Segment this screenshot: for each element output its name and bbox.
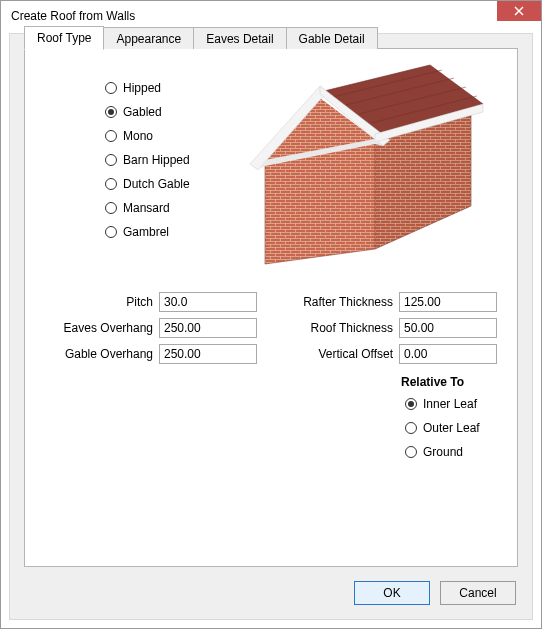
radio-dutch-gable[interactable]: Dutch Gable bbox=[105, 175, 190, 193]
field-label: Pitch bbox=[41, 295, 159, 309]
radio-label: Hipped bbox=[123, 81, 161, 95]
roof-thickness-input[interactable] bbox=[399, 318, 497, 338]
gable-overhang-input[interactable] bbox=[159, 344, 257, 364]
button-label: Cancel bbox=[459, 586, 496, 600]
dialog-window: Create Roof from Walls Roof Type Appeara… bbox=[0, 0, 542, 629]
field-label: Gable Overhang bbox=[41, 347, 159, 361]
relative-to-label: Relative To bbox=[401, 375, 497, 389]
radio-icon bbox=[405, 446, 417, 458]
dialog-content: Roof Type Appearance Eaves Detail Gable … bbox=[9, 33, 533, 620]
tab-panel: Roof Type Appearance Eaves Detail Gable … bbox=[24, 48, 518, 567]
radio-label: Gambrel bbox=[123, 225, 169, 239]
field-pitch: Pitch bbox=[41, 289, 257, 315]
radio-label: Ground bbox=[423, 445, 463, 459]
field-roof-thickness: Roof Thickness bbox=[281, 315, 497, 341]
field-label: Eaves Overhang bbox=[41, 321, 159, 335]
dialog-buttons: OK Cancel bbox=[354, 581, 516, 605]
tab-label: Roof Type bbox=[37, 31, 91, 45]
radio-label: Inner Leaf bbox=[423, 397, 477, 411]
roof-preview bbox=[225, 64, 485, 274]
rafter-thickness-input[interactable] bbox=[399, 292, 497, 312]
radio-outer-leaf[interactable]: Outer Leaf bbox=[405, 419, 497, 437]
radio-label: Outer Leaf bbox=[423, 421, 480, 435]
radio-label: Gabled bbox=[123, 105, 162, 119]
tab-label: Eaves Detail bbox=[206, 32, 273, 46]
field-label: Rafter Thickness bbox=[281, 295, 399, 309]
vertical-offset-input[interactable] bbox=[399, 344, 497, 364]
radio-icon bbox=[105, 106, 117, 118]
radio-icon bbox=[105, 226, 117, 238]
ok-button[interactable]: OK bbox=[354, 581, 430, 605]
radio-hipped[interactable]: Hipped bbox=[105, 79, 190, 97]
field-vertical-offset: Vertical Offset bbox=[281, 341, 497, 367]
button-label: OK bbox=[383, 586, 400, 600]
radio-mansard[interactable]: Mansard bbox=[105, 199, 190, 217]
radio-label: Barn Hipped bbox=[123, 153, 190, 167]
radio-inner-leaf[interactable]: Inner Leaf bbox=[405, 395, 497, 413]
radio-label: Mansard bbox=[123, 201, 170, 215]
window-title: Create Roof from Walls bbox=[11, 9, 135, 23]
tab-eaves-detail[interactable]: Eaves Detail bbox=[193, 27, 286, 49]
field-label: Vertical Offset bbox=[281, 347, 399, 361]
field-gable-overhang: Gable Overhang bbox=[41, 341, 257, 367]
field-label: Roof Thickness bbox=[281, 321, 399, 335]
radio-icon bbox=[105, 178, 117, 190]
radio-icon bbox=[405, 422, 417, 434]
radio-icon bbox=[105, 82, 117, 94]
radio-icon bbox=[105, 154, 117, 166]
radio-ground[interactable]: Ground bbox=[405, 443, 497, 461]
tabstrip: Roof Type Appearance Eaves Detail Gable … bbox=[24, 27, 377, 50]
radio-label: Dutch Gable bbox=[123, 177, 190, 191]
tab-label: Appearance bbox=[116, 32, 181, 46]
field-eaves-overhang: Eaves Overhang bbox=[41, 315, 257, 341]
radio-icon bbox=[105, 202, 117, 214]
pitch-input[interactable] bbox=[159, 292, 257, 312]
radio-mono[interactable]: Mono bbox=[105, 127, 190, 145]
radio-icon bbox=[105, 130, 117, 142]
roof-preview-svg bbox=[225, 64, 485, 274]
close-button[interactable] bbox=[497, 1, 541, 21]
tab-label: Gable Detail bbox=[299, 32, 365, 46]
fields-area: Pitch Eaves Overhang Gable Overhang bbox=[41, 289, 501, 461]
tab-appearance[interactable]: Appearance bbox=[103, 27, 194, 49]
roof-type-group: Hipped Gabled Mono Barn Hipped Dutch Gab… bbox=[105, 79, 190, 241]
close-icon bbox=[514, 6, 524, 16]
eaves-overhang-input[interactable] bbox=[159, 318, 257, 338]
radio-label: Mono bbox=[123, 129, 153, 143]
radio-barn-hipped[interactable]: Barn Hipped bbox=[105, 151, 190, 169]
field-rafter-thickness: Rafter Thickness bbox=[281, 289, 497, 315]
radio-gambrel[interactable]: Gambrel bbox=[105, 223, 190, 241]
radio-gabled[interactable]: Gabled bbox=[105, 103, 190, 121]
relative-to-group: Inner Leaf Outer Leaf Ground bbox=[405, 395, 497, 461]
cancel-button[interactable]: Cancel bbox=[440, 581, 516, 605]
tab-roof-type[interactable]: Roof Type bbox=[24, 26, 104, 50]
tab-gable-detail[interactable]: Gable Detail bbox=[286, 27, 378, 49]
radio-icon bbox=[405, 398, 417, 410]
